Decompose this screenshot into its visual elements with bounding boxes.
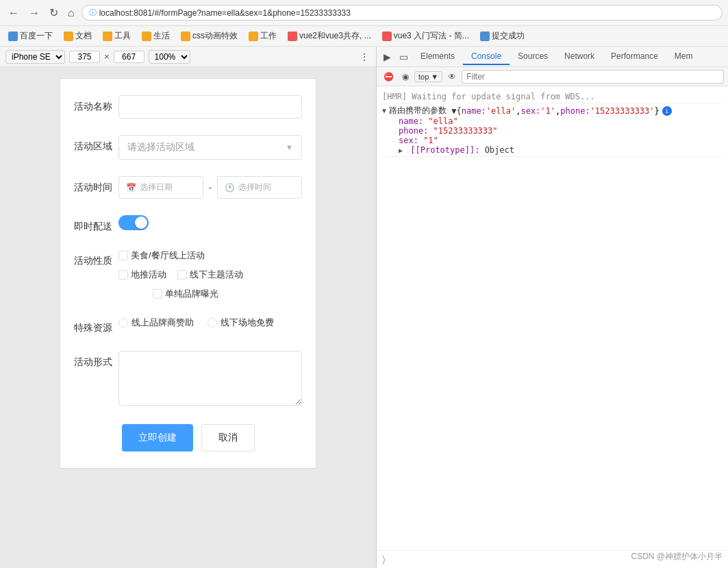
immediate-delivery-toggle[interactable] (118, 215, 149, 230)
tab-network[interactable]: Network (556, 49, 603, 65)
bookmark-work[interactable]: 工作 (246, 29, 279, 43)
forward-button[interactable]: → (26, 5, 42, 21)
checkbox-item-offline[interactable]: 线下主题活动 (177, 269, 243, 281)
prop-val-phone: "15233333333" (434, 126, 498, 136)
bookmark-label: 文档 (75, 30, 92, 42)
form-row-activity-time: 活动时间 📅 选择日期 - 🕐 选择时间 (74, 176, 302, 199)
bookmark-tools[interactable]: 工具 (100, 29, 134, 43)
bookmark-label: 生活 (153, 30, 170, 42)
prop-val-name: "ella" (428, 116, 457, 126)
date-placeholder: 选择日期 (140, 182, 173, 193)
browser-viewport: iPhone SE × 100% ⋮ 活动名称 (0, 47, 377, 568)
prop-key-name: name: (399, 116, 428, 126)
devtools-container: [HMR] Waiting for update signal from WDS… (377, 86, 728, 568)
browser-window: ← → ↻ ⌂ ⓘ localhost:8081/#/formPage?name… (0, 0, 728, 568)
checkbox-brand-label: 单纯品牌曝光 (165, 288, 218, 300)
radio-online-brand[interactable] (118, 318, 128, 328)
pause-button[interactable]: ◉ (399, 71, 412, 83)
bookmark-css[interactable]: css动画特效 (178, 29, 240, 43)
context-selector[interactable]: top ▼ (414, 71, 442, 82)
bookmark-vue3intro[interactable]: vue3 入门写法 - 简... (379, 29, 472, 43)
form-row-immediate-delivery: 即时配送 (74, 215, 302, 233)
devtools-tabs-bar: ▶ ▭ Elements Console Sources Network Per… (377, 47, 728, 67)
prop-val-sex: "1" (423, 136, 438, 145)
clock-icon: 🕐 (225, 183, 235, 193)
form-buttons: 立即创建 取消 (74, 424, 302, 452)
console-object-expanded: name: "ella" phone: "15233333333" sex: "… (382, 116, 514, 155)
bookmark-life[interactable]: 生活 (139, 29, 173, 43)
activity-form-textarea[interactable] (118, 351, 302, 406)
bookmark-label: 百度一下 (20, 30, 53, 42)
address-bar[interactable]: ⓘ localhost:8081/#/formPage?name=ella&se… (81, 5, 723, 21)
width-input[interactable] (69, 51, 100, 63)
time-picker[interactable]: 🕐 选择时间 (217, 176, 302, 199)
browser-toolbar: ← → ↻ ⌂ ⓘ localhost:8081/#/formPage?name… (0, 0, 728, 26)
device-toolbar: iPhone SE × 100% ⋮ (0, 47, 376, 67)
activity-name-input[interactable] (118, 95, 302, 119)
height-input[interactable] (114, 51, 145, 63)
console-key-sex: sex: (520, 106, 540, 116)
prop-key-prototype: [[Prototype]]: (410, 145, 484, 155)
bookmark-icon (8, 32, 18, 41)
clear-console-button[interactable]: ⛔ (381, 71, 397, 83)
filter-input[interactable] (462, 70, 724, 84)
devtools-inspect-icon[interactable]: ▶ (379, 50, 395, 64)
more-options-icon[interactable]: ⋮ (360, 51, 371, 62)
tab-elements[interactable]: Elements (412, 49, 463, 65)
cancel-button[interactable]: 取消 (201, 424, 255, 452)
bookmark-baiduclick[interactable]: 百度一下 (5, 29, 55, 43)
tab-performance[interactable]: Performance (603, 49, 666, 65)
tab-console[interactable]: Console (463, 49, 510, 65)
bookmark-label: vue3 入门写法 - 简... (394, 30, 469, 42)
bookmark-icon (142, 32, 151, 41)
checkbox-ground[interactable] (118, 270, 128, 280)
checkbox-offline-label: 线下主题活动 (190, 269, 243, 281)
device-selector[interactable]: iPhone SE (5, 50, 65, 64)
devtools-device-icon[interactable]: ▭ (395, 50, 412, 64)
console-hmr-text: [HMR] Waiting for update signal from WDS… (382, 92, 595, 101)
bookmark-icon (181, 32, 190, 41)
date-picker[interactable]: 📅 选择日期 (118, 176, 203, 199)
bookmark-icon (249, 32, 258, 41)
zoom-selector[interactable]: 100% (149, 50, 190, 64)
bookmark-success[interactable]: 提交成功 (477, 29, 527, 43)
activity-area-select[interactable]: 请选择活动区域 ▼ (118, 135, 302, 160)
expand-icon[interactable]: ▼ (382, 107, 386, 114)
checkbox-item-brand[interactable]: 单纯品牌曝光 (153, 288, 218, 300)
bookmark-label: 工具 (114, 30, 131, 42)
console-prop-phone: phone: "15233333333" (399, 126, 514, 136)
back-button[interactable]: ← (5, 5, 22, 21)
reload-button[interactable]: ↻ (47, 5, 61, 21)
checkbox-item-food[interactable]: 美食/餐厅线上活动 (118, 249, 205, 262)
console-prop-prototype: ▶ [[Prototype]]: Object (399, 145, 514, 155)
checkbox-item-ground[interactable]: 地推活动 (118, 269, 166, 281)
bookmark-icon (103, 32, 112, 41)
bookmark-label: 提交成功 (492, 30, 525, 42)
expand-prototype-icon[interactable]: ▶ (399, 147, 403, 154)
console-brace-close: } (655, 106, 660, 116)
activity-name-wrap (118, 95, 302, 119)
console-route-prefix: 路由携带的参数 (389, 105, 447, 116)
lock-icon: ⓘ (89, 8, 97, 18)
checkbox-offline[interactable] (177, 270, 187, 280)
activity-area-wrap: 请选择活动区域 ▼ (118, 135, 302, 160)
checkbox-brand[interactable] (153, 289, 162, 299)
submit-button[interactable]: 立即创建 (122, 424, 193, 452)
bookmark-icon (288, 32, 297, 41)
checkbox-food[interactable] (118, 251, 128, 260)
radio-offline-venue-label: 线下场地免费 (221, 317, 274, 329)
bookmark-label: vue2和vue3共存, ... (299, 30, 371, 42)
bookmark-docs[interactable]: 文档 (61, 29, 95, 43)
form-row-activity-form: 活动形式 (74, 351, 302, 408)
radio-item-offline-venue[interactable]: 线下场地免费 (208, 317, 274, 329)
radio-offline-venue[interactable] (208, 318, 217, 328)
bookmark-vue2vue3[interactable]: vue2和vue3共存, ... (285, 29, 374, 43)
home-button[interactable]: ⌂ (65, 5, 77, 21)
tab-sources[interactable]: Sources (510, 49, 556, 65)
tab-memory[interactable]: Mem (666, 49, 701, 65)
special-resource-radios: 线上品牌商赞助 线下场地免费 (118, 317, 302, 329)
devtools-panel: ▶ ▭ Elements Console Sources Network Per… (377, 47, 728, 568)
radio-item-online-brand[interactable]: 线上品牌商赞助 (118, 317, 194, 329)
console-line-hmr: [HMR] Waiting for update signal from WDS… (382, 90, 723, 103)
eye-button[interactable]: 👁 (445, 71, 459, 83)
